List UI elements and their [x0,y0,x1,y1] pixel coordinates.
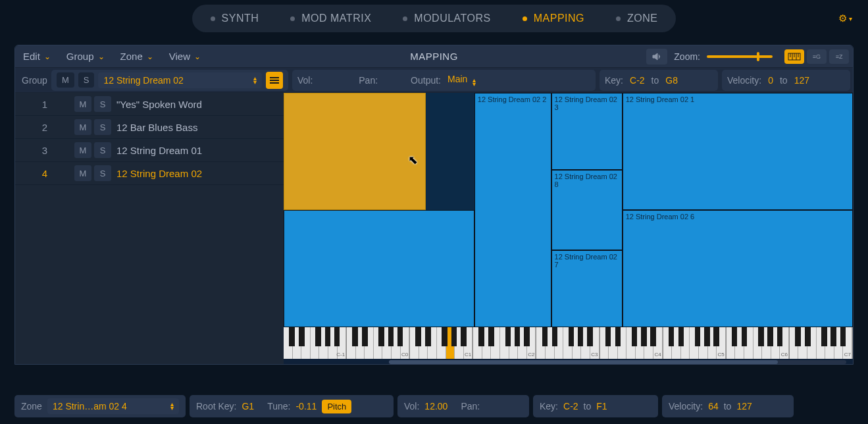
zone-block[interactable]: 12 String Dream 02 2 [474,93,551,327]
solo-button[interactable]: S [94,165,111,181]
tab-zone[interactable]: ZONE [600,7,673,30]
black-key[interactable] [669,327,675,346]
black-key[interactable] [505,327,511,346]
zone-block[interactable] [284,210,474,327]
key-high-value[interactable]: F1 [596,401,607,411]
view-menu[interactable]: View⌄ [161,51,209,62]
black-key[interactable] [478,327,484,346]
vel-low-value[interactable]: 64 [708,401,719,411]
zone-block[interactable]: 12 String Dream 02 8 [551,170,623,250]
black-key[interactable] [461,327,467,346]
vol-value[interactable]: 12.00 [424,401,447,411]
black-key[interactable] [299,327,305,346]
black-key[interactable] [805,327,811,346]
black-key[interactable] [742,327,748,346]
key-low-value[interactable]: C-2 [563,401,578,411]
mute-button[interactable]: M [74,142,91,158]
black-key[interactable] [451,327,457,346]
black-key[interactable] [704,327,710,346]
key-low-value[interactable]: C-2 [630,75,645,86]
zone-name-dropdown[interactable]: 12 Strin…am 02 4 ▴▾ [47,398,179,414]
black-key[interactable] [569,327,574,346]
zone-block[interactable]: 12 String Dream 02 6 [623,210,853,327]
mute-button[interactable]: M [74,165,91,181]
black-key[interactable] [605,327,611,346]
black-key[interactable] [713,327,719,346]
black-key[interactable] [840,327,846,346]
black-key[interactable] [388,327,394,346]
black-key[interactable] [362,327,368,346]
audition-button[interactable] [646,49,667,65]
group-solo-button[interactable]: S [78,72,95,88]
group-row[interactable]: 2 MS 12 Bar Blues Bass [15,116,284,139]
tab-modulators[interactable]: MODULATORS [387,7,506,30]
black-key[interactable] [442,327,447,346]
black-key[interactable] [830,327,836,346]
group-list-toggle[interactable] [266,72,283,89]
black-key[interactable] [378,327,384,346]
view-zone-button[interactable]: ≡Z [829,49,849,64]
vel-high-value[interactable]: 127 [736,401,752,411]
black-key[interactable] [515,327,521,346]
zone-block[interactable]: 12 String Dream 02 7 [551,250,623,327]
solo-button[interactable]: S [94,96,111,112]
black-key[interactable] [397,327,403,346]
black-key[interactable] [352,327,358,346]
zone-selected[interactable] [284,93,426,210]
root-key-value[interactable]: G1 [242,401,254,411]
black-key[interactable] [650,327,656,346]
piano-keyboard[interactable]: /*generated inline below without JS usin… [284,327,853,359]
black-key[interactable] [315,327,321,346]
black-key[interactable] [795,327,801,346]
black-key[interactable] [767,327,773,346]
mute-button[interactable]: M [74,119,91,135]
group-row[interactable]: 1 MS "Yes" Spoken Word [15,93,284,116]
black-key[interactable] [632,327,638,346]
output-dropdown[interactable]: Main ▴▾ [447,74,476,86]
black-key[interactable] [542,327,548,346]
solo-button[interactable]: S [94,142,111,158]
view-group-button[interactable]: ≡G [807,49,827,64]
zone-block[interactable]: 12 String Dream 02 3 [551,93,623,170]
black-key[interactable] [334,327,340,346]
tab-mapping[interactable]: MAPPING [507,7,600,30]
black-key[interactable] [289,327,295,346]
black-key[interactable] [425,327,431,346]
black-key[interactable] [641,327,647,346]
horizontal-scrollbar[interactable] [389,360,846,364]
black-key[interactable] [415,327,421,346]
gear-menu-button[interactable]: ⚙ ▾ [838,13,852,24]
black-key[interactable] [732,327,738,346]
black-key[interactable] [524,327,530,346]
vel-high-value[interactable]: 127 [794,75,809,86]
pitch-toggle[interactable]: Pitch [322,400,351,413]
mapping-area[interactable]: 12 String Dream 02 2 12 String Dream 02 … [284,93,853,364]
zone-menu[interactable]: Zone⌄ [113,51,161,62]
mute-button[interactable]: M [74,96,91,112]
group-mute-button[interactable]: M [57,72,74,88]
black-key[interactable] [821,327,827,346]
black-key[interactable] [758,327,764,346]
black-key[interactable] [615,327,621,346]
black-key[interactable] [695,327,701,346]
black-key[interactable] [578,327,584,346]
vel-low-value[interactable]: 0 [768,75,773,86]
black-key[interactable] [325,327,331,346]
group-row[interactable]: 3 MS 12 String Dream 01 [15,139,284,162]
tab-synth[interactable]: SYNTH [195,7,275,30]
black-key[interactable] [587,327,593,346]
tab-mod-matrix[interactable]: MOD MATRIX [274,7,387,30]
black-key[interactable] [488,327,494,346]
scrollbar-thumb[interactable] [389,360,778,364]
key-high-value[interactable]: G8 [665,75,678,86]
zone-block[interactable]: 12 String Dream 02 1 [623,93,853,210]
black-key[interactable] [777,327,783,346]
group-menu[interactable]: Group⌄ [59,51,113,62]
group-row[interactable]: 4 MS 12 String Dream 02 [15,162,284,185]
edit-menu[interactable]: Edit⌄ [15,51,59,62]
black-key[interactable] [678,327,684,346]
black-key[interactable] [552,327,558,346]
solo-button[interactable]: S [94,119,111,135]
zoom-slider[interactable] [707,55,773,58]
group-name-dropdown[interactable]: 12 String Dream 02 ▴▾ [98,72,261,88]
